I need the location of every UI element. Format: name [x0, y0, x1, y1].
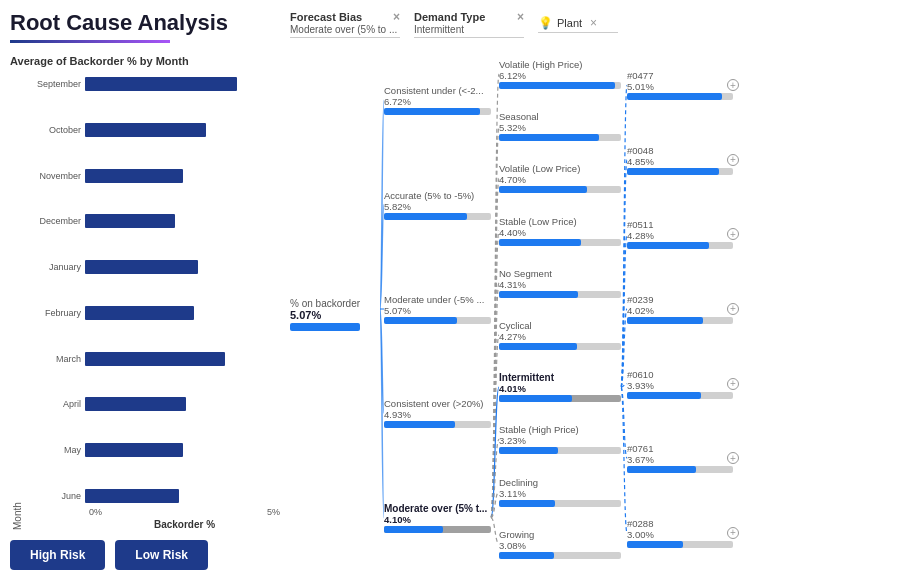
wf-item-label: #0761 — [627, 443, 733, 454]
wf-item-label: #0477 — [627, 70, 733, 81]
forecast-bias-item[interactable]: Moderate under (-5% ...5.07% — [384, 294, 491, 324]
demand-type-item[interactable]: Cyclical4.27% — [499, 320, 621, 350]
demand-type-filter[interactable]: Demand Type × Intermittent — [414, 10, 524, 38]
bar-track — [85, 443, 280, 457]
bar-label: October — [23, 125, 85, 135]
wf-item-label: No Segment — [499, 268, 621, 279]
wf-item-value: 3.11% — [499, 488, 621, 499]
demand-type-value: Intermittent — [414, 24, 524, 35]
x-axis: 0% 5% — [23, 507, 280, 517]
bar-track — [85, 123, 280, 137]
plant-item[interactable]: #02883.00%+ — [627, 518, 733, 548]
forecast-bias-label: Forecast Bias — [290, 11, 362, 23]
expand-plus-icon[interactable]: + — [727, 452, 739, 464]
high-risk-button[interactable]: High Risk — [10, 540, 105, 570]
expand-plus-icon[interactable]: + — [727, 79, 739, 91]
bar-fill — [85, 443, 183, 457]
bar-row: January — [23, 258, 280, 276]
forecast-bias-item[interactable]: Consistent under (<-2...6.72% — [384, 85, 491, 115]
plant-item[interactable]: #00484.85%+ — [627, 145, 733, 175]
bar-label: September — [23, 79, 85, 89]
bar-chart-area: Month SeptemberOctoberNovemberDecemberJa… — [10, 75, 280, 530]
demand-type-close[interactable]: × — [517, 10, 524, 24]
wf-item-label: #0288 — [627, 518, 733, 529]
page-title: Root Cause Analysis — [10, 10, 280, 36]
forecast-bias-item[interactable]: Accurate (5% to -5%)5.82% — [384, 190, 491, 220]
wf-bar-track — [499, 500, 621, 507]
wf-item-value: 3.67% — [627, 454, 733, 465]
wf-item-value: 5.82% — [384, 201, 491, 212]
wf-bar-track — [499, 82, 621, 89]
plant-filter[interactable]: 💡 Plant × — [538, 16, 618, 33]
wf-bar-fill — [384, 108, 480, 115]
wf-bar-fill — [499, 343, 577, 350]
expand-plus-icon[interactable]: + — [727, 303, 739, 315]
root-node: % on backorder 5.07% — [290, 48, 380, 570]
bar-track — [85, 169, 280, 183]
wf-bar-track — [627, 317, 733, 324]
demand-type-item[interactable]: No Segment4.31% — [499, 268, 621, 298]
wf-bar-track — [499, 343, 621, 350]
wf-bar-track — [499, 186, 621, 193]
demand-type-item[interactable]: Seasonal5.32% — [499, 111, 621, 141]
wf-item-label: #0511 — [627, 219, 733, 230]
wf-item-value: 5.32% — [499, 122, 621, 133]
wf-bar-track — [499, 552, 621, 559]
demand-type-item[interactable]: Volatile (Low Price)4.70% — [499, 163, 621, 193]
plant-item[interactable]: #04775.01%+ — [627, 70, 733, 100]
left-panel: Root Cause Analysis Average of Backorder… — [10, 10, 280, 570]
plant-item[interactable]: #07613.67%+ — [627, 443, 733, 473]
forecast-bias-value: Moderate over (5% to ... — [290, 24, 400, 35]
demand-type-item[interactable]: Stable (Low Price)4.40% — [499, 216, 621, 246]
plant-item[interactable]: #02394.02%+ — [627, 294, 733, 324]
bar-fill — [85, 214, 175, 228]
wf-item-value: 3.08% — [499, 540, 621, 551]
expand-plus-icon[interactable]: + — [727, 378, 739, 390]
wf-item-label: #0610 — [627, 369, 733, 380]
wf-bar-fill — [499, 447, 558, 454]
demand-type-column: Volatile (High Price)6.12%Seasonal5.32%V… — [495, 48, 625, 570]
demand-type-item[interactable]: Stable (High Price)3.23% — [499, 424, 621, 454]
demand-type-label: Demand Type — [414, 11, 485, 23]
bar-label: January — [23, 262, 85, 272]
wf-bar-fill — [499, 239, 581, 246]
x-axis-title: Backorder % — [23, 519, 280, 530]
wf-item-value: 4.01% — [499, 383, 621, 394]
low-risk-button[interactable]: Low Risk — [115, 540, 208, 570]
wf-item-value: 3.93% — [627, 380, 733, 391]
bar-row: June — [23, 487, 280, 505]
plant-item[interactable]: #06103.93%+ — [627, 369, 733, 399]
demand-type-item[interactable]: Volatile (High Price)6.12% — [499, 59, 621, 89]
wf-bar-fill — [499, 552, 554, 559]
wf-item-label: Moderate under (-5% ... — [384, 294, 491, 305]
forecast-bias-close[interactable]: × — [393, 10, 400, 24]
demand-type-item[interactable]: Declining3.11% — [499, 477, 621, 507]
plant-close[interactable]: × — [590, 16, 597, 30]
wf-item-label: Consistent over (>20%) — [384, 398, 491, 409]
wf-bar-track — [499, 447, 621, 454]
demand-type-item[interactable]: Intermittent4.01% — [499, 372, 621, 402]
bar-label: December — [23, 216, 85, 226]
wf-item-label: #0048 — [627, 145, 733, 156]
forecast-bias-item[interactable]: Moderate over (5% t...4.10% — [384, 503, 491, 533]
expand-plus-icon[interactable]: + — [727, 228, 739, 240]
wf-item-value: 4.28% — [627, 230, 733, 241]
wf-item-label: Cyclical — [499, 320, 621, 331]
forecast-bias-column: Consistent under (<-2...6.72%Accurate (5… — [380, 48, 495, 570]
wf-bar-track — [627, 392, 733, 399]
wf-bar-track — [627, 242, 733, 249]
plant-column: #04775.01%+#00484.85%+#05114.28%+#02394.… — [625, 48, 735, 570]
bar-track — [85, 489, 280, 503]
wf-bar-fill — [499, 291, 578, 298]
wf-item-label: Seasonal — [499, 111, 621, 122]
root-node-label: % on backorder — [290, 298, 360, 309]
expand-plus-icon[interactable]: + — [727, 154, 739, 166]
expand-plus-icon[interactable]: + — [727, 527, 739, 539]
forecast-bias-filter[interactable]: Forecast Bias × Moderate over (5% to ... — [290, 10, 400, 38]
demand-type-item[interactable]: Growing3.08% — [499, 529, 621, 559]
wf-item-label: Intermittent — [499, 372, 621, 383]
bar-fill — [85, 169, 183, 183]
wf-item-value: 4.85% — [627, 156, 733, 167]
forecast-bias-item[interactable]: Consistent over (>20%)4.93% — [384, 398, 491, 428]
plant-item[interactable]: #05114.28%+ — [627, 219, 733, 249]
